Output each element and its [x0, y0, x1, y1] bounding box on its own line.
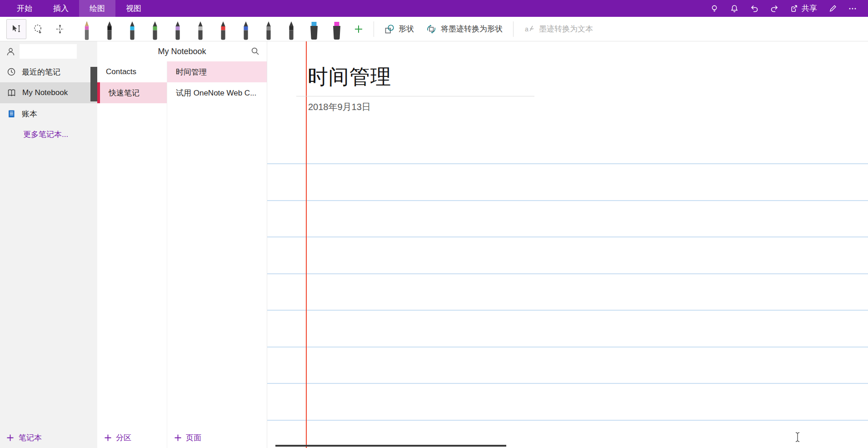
- pen-blue-button[interactable]: [234, 18, 257, 41]
- pen-black-button[interactable]: [98, 18, 121, 41]
- ink-to-text-label: 墨迹转换为文本: [539, 24, 593, 34]
- sidebar-item-ledger[interactable]: 账本: [0, 103, 97, 124]
- tab-view[interactable]: 视图: [115, 0, 152, 17]
- rule-line: [267, 237, 868, 237]
- lasso-select-icon: [33, 24, 44, 35]
- add-pen-icon: [354, 24, 364, 34]
- sidebar-item-label: 最近的笔记: [22, 67, 60, 77]
- pen-red-button[interactable]: [212, 18, 234, 41]
- pen-green-button[interactable]: [144, 18, 166, 41]
- rule-line: [267, 383, 868, 384]
- rule-line: [267, 273, 868, 274]
- insert-space-icon: [55, 24, 65, 34]
- search-icon[interactable]: [250, 46, 260, 56]
- add-page-button[interactable]: 页面: [167, 427, 208, 448]
- clock-icon: [7, 67, 16, 76]
- notebook-sidebar: 最近的笔记 My Notebook 账本 更多笔记本... 笔记本: [0, 41, 97, 448]
- person-icon[interactable]: [6, 47, 15, 56]
- tab-draw[interactable]: 绘图: [79, 0, 115, 17]
- title-underline: [296, 96, 534, 96]
- search-input[interactable]: [20, 44, 77, 59]
- pen-mode-button[interactable]: [823, 0, 843, 17]
- sidebar-nav: 最近的笔记 My Notebook 账本 更多笔记本...: [0, 61, 97, 144]
- redo-icon: [770, 4, 779, 13]
- add-notebook-label: 笔记本: [19, 433, 42, 443]
- section-page-panel: My Notebook Contacts 快速笔记 分区 时间管理 试用 One…: [97, 41, 267, 448]
- ledger-icon: [7, 109, 16, 118]
- sidebar-scrollbar-thumb[interactable]: [90, 67, 97, 101]
- ink-to-shape-button[interactable]: 将墨迹转换为形状: [420, 19, 509, 39]
- insert-space-button[interactable]: [50, 19, 70, 39]
- pen-silver-button[interactable]: [189, 18, 212, 41]
- sidebar-item-label: 账本: [22, 109, 37, 119]
- ink-to-text-button[interactable]: a 墨迹转换为文本: [518, 19, 599, 39]
- tab-home[interactable]: 开始: [6, 0, 43, 17]
- section-item-contacts[interactable]: Contacts: [97, 61, 167, 82]
- titlebar-actions: 共享: [704, 0, 868, 17]
- redo-button[interactable]: [764, 0, 784, 17]
- section-list: Contacts 快速笔记 分区: [97, 61, 167, 448]
- highlighter-blue-button[interactable]: [303, 18, 325, 41]
- ribbon-separator: [374, 21, 374, 37]
- panel-header: My Notebook: [97, 41, 267, 61]
- rule-line: [267, 310, 868, 311]
- sidebar-top: [0, 41, 97, 61]
- notebook-icon: [7, 88, 16, 97]
- pen-gray-button[interactable]: [257, 18, 280, 41]
- add-section-button[interactable]: 分区: [97, 427, 138, 448]
- plus-icon: [174, 434, 182, 442]
- svg-text:a: a: [525, 25, 529, 33]
- sidebar-item-my-notebook[interactable]: My Notebook: [0, 82, 97, 103]
- rule-line: [267, 200, 868, 201]
- lasso-select-button[interactable]: [28, 19, 48, 39]
- notebook-title: My Notebook: [158, 47, 206, 56]
- page-title[interactable]: 时间管理: [308, 63, 391, 91]
- more-options-button[interactable]: [843, 0, 863, 17]
- add-pen-button[interactable]: [348, 19, 369, 39]
- share-label: 共享: [802, 3, 817, 14]
- rule-line: [267, 163, 868, 164]
- page-item-web-clipper[interactable]: 试用 OneNote Web C...: [167, 82, 267, 103]
- page-item-time-management[interactable]: 时间管理: [167, 61, 267, 82]
- ribbon-separator: [513, 21, 514, 37]
- sidebar-item-label: My Notebook: [22, 88, 68, 97]
- ink-to-shape-label: 将墨迹转换为形状: [441, 24, 503, 34]
- rule-line: [267, 347, 868, 347]
- ribbon-tabs: 开始 插入 绘图 视图: [0, 0, 152, 17]
- section-item-quick-notes[interactable]: 快速笔记: [97, 82, 167, 103]
- ink-to-shape-icon: [426, 24, 437, 34]
- pen-light-blue-button[interactable]: [121, 18, 144, 41]
- page-list: 时间管理 试用 OneNote Web C... 页面: [167, 61, 267, 448]
- page-date[interactable]: 2018年9月13日: [308, 101, 371, 113]
- pen-lavender-button[interactable]: [166, 18, 189, 41]
- highlighter-pink-button[interactable]: [325, 18, 348, 41]
- more-icon: [848, 4, 857, 13]
- main-area: 最近的笔记 My Notebook 账本 更多笔记本... 笔记本: [0, 41, 868, 448]
- share-button[interactable]: 共享: [784, 0, 823, 17]
- more-notebooks-link[interactable]: 更多笔记本...: [0, 124, 97, 144]
- pen-mode-icon: [828, 4, 837, 13]
- pen-galaxy-black-button[interactable]: [280, 18, 303, 41]
- tab-insert[interactable]: 插入: [43, 0, 79, 17]
- note-canvas[interactable]: 时间管理 2018年9月13日: [267, 41, 868, 448]
- shapes-label: 形状: [399, 24, 414, 34]
- shapes-button[interactable]: 形状: [379, 19, 420, 39]
- plus-icon: [6, 434, 14, 442]
- add-page-label: 页面: [186, 433, 201, 443]
- pen-gallery: [75, 17, 348, 41]
- add-notebook-button[interactable]: 笔记本: [0, 427, 48, 448]
- lightbulb-icon: [710, 4, 719, 13]
- lightbulb-button[interactable]: [704, 0, 724, 17]
- horizontal-scrollbar[interactable]: [275, 445, 506, 447]
- sidebar-item-recent-notes[interactable]: 最近的笔记: [0, 61, 97, 82]
- pencil-button[interactable]: [75, 18, 98, 41]
- shapes-icon: [384, 24, 394, 34]
- titlebar: 开始 插入 绘图 视图 共享: [0, 0, 868, 17]
- panel-body: Contacts 快速笔记 分区 时间管理 试用 OneNote Web C..…: [97, 61, 267, 448]
- select-tool-button[interactable]: [6, 19, 26, 39]
- add-section-label: 分区: [116, 433, 131, 443]
- undo-button[interactable]: [744, 0, 764, 17]
- undo-icon: [750, 4, 759, 13]
- notifications-button[interactable]: [724, 0, 744, 17]
- select-tool-icon: [11, 24, 22, 34]
